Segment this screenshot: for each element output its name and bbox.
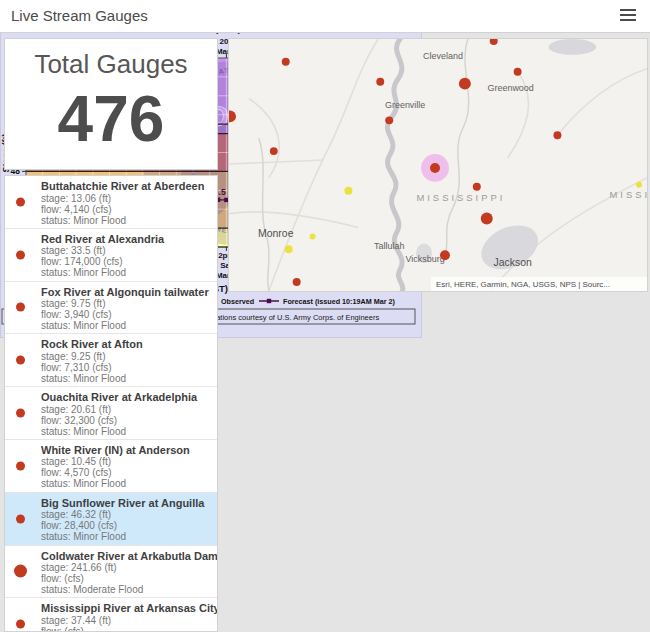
- map-gauge-marker[interactable]: [293, 278, 301, 286]
- legend-observed-label: Observed: [221, 297, 254, 306]
- gauge-list-item[interactable]: Ouachita River at Arkadelphiastage: 20.6…: [5, 387, 217, 440]
- map-state-label: MISSISS: [609, 189, 647, 200]
- gauge-stage: stage: 37.44 (ft): [41, 615, 211, 626]
- map-city-label: Cleveland: [423, 51, 463, 61]
- gauge-list-item[interactable]: Rock River at Aftonstage: 9.25 (ft)flow:…: [5, 334, 217, 387]
- gauge-status-dot: [14, 565, 27, 578]
- map-gauge-marker[interactable]: [310, 233, 316, 239]
- map-city-label: Vicksburg: [405, 254, 444, 264]
- gauge-name: Rock River at Afton: [41, 338, 211, 351]
- map-gauge-marker[interactable]: [481, 213, 493, 225]
- map-attribution: Esri, HERE, Garmin, NGA, USGS, NPS | Sou…: [436, 280, 610, 289]
- gauge-status: status: Minor Flood: [41, 320, 211, 331]
- page-title: Live Stream Gauges: [11, 7, 148, 24]
- hamburger-icon: [620, 9, 638, 21]
- map-gauge-marker[interactable]: [385, 116, 393, 124]
- gauge-list-item[interactable]: Fox River at Algonquin tailwaterstage: 9…: [5, 282, 217, 335]
- gauge-name: Red River at Alexandria: [41, 233, 211, 246]
- map-gauge-marker[interactable]: [459, 78, 471, 90]
- map-city-label: Greenville: [385, 100, 425, 110]
- gauge-list-item[interactable]: Red River at Alexandriastage: 33.5 (ft)f…: [5, 229, 217, 282]
- gauge-flow: flow: 32,300 (cfs): [41, 415, 211, 426]
- gauge-flow: flow: 174,000 (cfs): [41, 256, 211, 267]
- map-gauge-marker[interactable]: [270, 147, 278, 155]
- legend-forecast-icon: [267, 299, 271, 303]
- map-gauge-marker[interactable]: [514, 68, 522, 76]
- gauge-status-dot: [16, 461, 25, 470]
- gauge-status-dot: [16, 620, 25, 629]
- map-gauge-marker[interactable]: [282, 58, 290, 66]
- gauge-stage: stage: 13.06 (ft): [41, 193, 211, 204]
- gauge-flow: flow: 3,940 (cfs): [41, 309, 211, 320]
- map-gauge-marker[interactable]: [440, 250, 450, 260]
- gauge-stage: stage: 9.75 (ft): [41, 298, 211, 309]
- map-gauge-marker[interactable]: [553, 131, 561, 139]
- map-canvas[interactable]: MISSISSIPPIMISSISSClevelandGreenwoodGree…: [229, 39, 647, 291]
- map-gauge-marker[interactable]: [344, 187, 352, 195]
- gauge-list-item[interactable]: Buttahatchie River at Aberdeenstage: 13.…: [5, 176, 217, 229]
- gauge-list-item[interactable]: Big Sunflower River at Anguillastage: 46…: [5, 493, 217, 546]
- gauge-status: status: Minor Flood: [41, 267, 211, 278]
- gauge-flow: flow: (cfs): [41, 573, 211, 584]
- menu-button[interactable]: [620, 9, 638, 23]
- map-panel: MISSISSIPPIMISSISSClevelandGreenwoodGree…: [228, 38, 648, 292]
- gauge-name: Buttahatchie River at Aberdeen: [41, 180, 211, 193]
- map-state-label: MISSISSIPPI: [416, 192, 505, 203]
- gauge-name: White River (IN) at Anderson: [41, 444, 211, 457]
- gauge-name: Ouachita River at Arkadelphia: [41, 391, 211, 404]
- gauge-list-item[interactable]: Coldwater River at Arkabutla Damstage: 2…: [5, 546, 217, 599]
- map-city-label: Greenwood: [488, 83, 534, 93]
- legend-forecast-label: Forecast (issued 10:19AM Mar 2): [283, 297, 395, 306]
- gauge-stage: stage: 241.66 (ft): [41, 562, 211, 573]
- map-city-label: Jackson: [493, 257, 531, 268]
- gauge-status-dot: [16, 409, 25, 418]
- gauge-name: Mississippi River at Arkansas City: [41, 602, 211, 615]
- gauge-list-item[interactable]: Mississippi River at Arkansas Citystage:…: [5, 598, 217, 632]
- map-gauge-marker[interactable]: [473, 183, 481, 191]
- gauge-stage: stage: 9.25 (ft): [41, 351, 211, 362]
- map-city-label: Monroe: [258, 228, 294, 239]
- total-gauges-panel: Total Gauges 476: [4, 38, 218, 170]
- gauge-status-dot: [16, 303, 25, 312]
- gauge-flow: flow: 7,310 (cfs): [41, 362, 211, 373]
- gauge-status: status: Minor Flood: [41, 531, 211, 542]
- gauge-stage: stage: 46.32 (ft): [41, 509, 211, 520]
- map-gauge-marker[interactable]: [376, 78, 384, 86]
- gauge-stage: stage: 10.45 (ft): [41, 456, 211, 467]
- gauge-flow: flow: 4,570 (cfs): [41, 467, 211, 478]
- gauge-stage: stage: 33.5 (ft): [41, 245, 211, 256]
- app-header: Live Stream Gauges: [0, 0, 650, 33]
- gauge-status: status: Minor Flood: [41, 478, 211, 489]
- gauge-flow: flow: 4,140 (cfs): [41, 204, 211, 215]
- app-root: Live Stream Gauges Total Gauges 476 Butt…: [0, 0, 650, 632]
- gauge-status: status: Minor Flood: [41, 426, 211, 437]
- map-gauge-marker[interactable]: [285, 245, 293, 253]
- gauge-flow: flow: (cfs): [41, 626, 211, 632]
- gauge-status-dot: [16, 197, 25, 206]
- map-city-label: Tallulah: [374, 241, 404, 251]
- total-gauges-count: 476: [5, 84, 217, 154]
- gauge-list-item[interactable]: White River (IN) at Andersonstage: 10.45…: [5, 440, 217, 493]
- gauge-status-dot: [16, 356, 25, 365]
- gauge-flow: flow: 28,400 (cfs): [41, 520, 211, 531]
- gauge-status-dot: [16, 514, 25, 523]
- gauge-status: status: Minor Flood: [41, 373, 211, 384]
- gauge-name: Fox River at Algonquin tailwater: [41, 286, 211, 299]
- gauge-stage: stage: 20.61 (ft): [41, 404, 211, 415]
- gauge-name: Coldwater River at Arkabutla Dam: [41, 550, 211, 563]
- gauge-name: Big Sunflower River at Anguilla: [41, 497, 211, 510]
- map-gauge-marker[interactable]: [430, 163, 440, 173]
- observations-credit-text: Observations courtesy of U.S. Army Corps…: [192, 313, 379, 322]
- gauge-status: status: Minor Flood: [41, 215, 211, 226]
- map-urban-area: [548, 39, 596, 55]
- gauge-list[interactable]: Buttahatchie River at Aberdeenstage: 13.…: [4, 175, 218, 632]
- gauge-status: status: Moderate Flood: [41, 584, 211, 595]
- total-gauges-title: Total Gauges: [5, 49, 217, 80]
- map-gauge-marker[interactable]: [636, 182, 642, 188]
- gauge-status-dot: [16, 250, 25, 259]
